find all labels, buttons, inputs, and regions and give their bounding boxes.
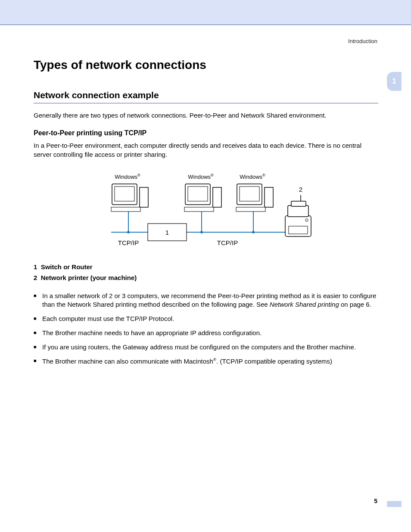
svg-rect-11 <box>140 187 148 207</box>
printer-icon <box>285 201 311 236</box>
list-item: In a smaller network of 2 or 3 computers… <box>34 292 378 309</box>
svg-rect-14 <box>188 187 208 201</box>
svg-point-25 <box>305 219 308 221</box>
svg-point-7 <box>252 231 255 233</box>
list-item: If you are using routers, the Gateway ad… <box>34 343 378 352</box>
chapter-tab: 1 <box>387 72 402 91</box>
svg-text:Windows®: Windows® <box>115 173 140 180</box>
router-callout: 1 <box>165 229 169 236</box>
legend-2: 2 Network printer (your machine) <box>34 274 378 281</box>
svg-rect-12 <box>111 207 140 212</box>
svg-text:Windows®: Windows® <box>188 173 214 180</box>
list-item: The Brother machine needs to have an app… <box>34 329 378 338</box>
computer-icon <box>236 184 273 212</box>
section-heading: Peer-to-Peer printing using TCP/IP <box>34 129 378 137</box>
printer-callout: 2 <box>299 186 302 193</box>
intro-paragraph: Generally there are two types of network… <box>34 111 378 120</box>
svg-text:TCP/IP: TCP/IP <box>118 239 139 246</box>
page-title: Types of network connections <box>34 58 378 72</box>
computer-icon <box>184 184 221 212</box>
legend-1: 1 Switch or Router <box>34 263 378 271</box>
page-content: Types of network connections Network con… <box>34 58 378 371</box>
list-item: Each computer must use the TCP/IP Protoc… <box>34 314 378 324</box>
list-item: The Brother machine can also communicate… <box>34 357 378 366</box>
svg-text:TCP/IP: TCP/IP <box>217 239 238 246</box>
page-number: 5 <box>374 498 377 504</box>
svg-point-5 <box>200 231 203 233</box>
svg-rect-22 <box>288 205 308 217</box>
section-body: In a Peer-to-Peer environment, each comp… <box>34 141 378 159</box>
svg-rect-10 <box>115 187 134 201</box>
header-section-label: Introduction <box>348 38 377 44</box>
subsection-title: Network connection example <box>34 90 378 103</box>
diagram-svg: 1 2 <box>98 168 314 255</box>
svg-rect-20 <box>236 207 265 212</box>
svg-rect-18 <box>240 187 259 201</box>
svg-point-3 <box>127 231 130 233</box>
svg-rect-24 <box>289 226 308 234</box>
header-band <box>0 0 411 25</box>
network-diagram: 1 2 <box>98 168 314 255</box>
bullet-list: In a smaller network of 2 or 3 computers… <box>34 292 378 366</box>
svg-rect-16 <box>184 207 214 212</box>
svg-rect-23 <box>291 201 306 206</box>
svg-text:Windows®: Windows® <box>240 173 265 180</box>
svg-rect-19 <box>265 187 273 207</box>
computer-icon <box>111 184 148 212</box>
footer-accent <box>387 501 402 507</box>
svg-rect-15 <box>213 187 221 207</box>
